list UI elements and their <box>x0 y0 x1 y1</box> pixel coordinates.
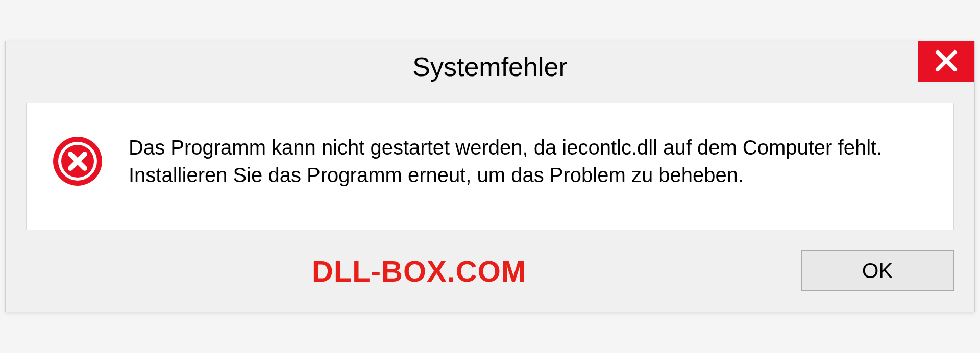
titlebar: Systemfehler <box>6 41 974 92</box>
dialog-footer: DLL-BOX.COM OK <box>6 245 974 312</box>
watermark-text: DLL-BOX.COM <box>312 254 526 288</box>
content-panel: Das Programm kann nicht gestartet werden… <box>26 103 954 230</box>
error-message: Das Programm kann nicht gestartet werden… <box>129 134 928 189</box>
dialog-title: Systemfehler <box>412 52 567 82</box>
ok-button[interactable]: OK <box>801 250 954 291</box>
close-button[interactable] <box>918 41 974 82</box>
ok-button-label: OK <box>862 259 893 283</box>
error-dialog: Systemfehler Das Programm kann nicht ges… <box>5 41 975 312</box>
close-icon <box>934 48 959 75</box>
error-icon <box>52 136 103 187</box>
